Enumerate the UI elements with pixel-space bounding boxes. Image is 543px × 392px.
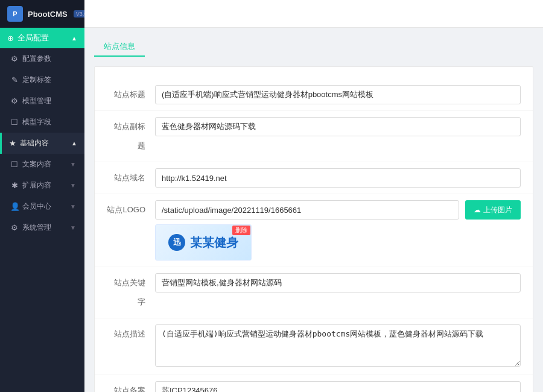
- article-content-icon: ☐: [10, 160, 19, 169]
- site-subtitle-label: 站点副标题: [107, 117, 155, 156]
- main-area: 站点信息 站点标题 站点副标题 站点域名: [84, 0, 543, 392]
- model-fields-icon: ☐: [10, 118, 19, 127]
- form-row-site-logo: 站点LOGO ☁ 上传图片 迅 某某健身: [95, 194, 533, 267]
- form-row-site-keywords: 站点关键字: [95, 267, 533, 318]
- topbar: [84, 0, 543, 28]
- config-params-label: 配置参数: [22, 54, 51, 64]
- logo-preview-area: 迅 某某健身 删除: [155, 224, 252, 261]
- site-logo-input[interactable]: [155, 200, 459, 220]
- sidebar-item-config-params[interactable]: ⚙ 配置参数: [0, 48, 84, 69]
- site-title-label: 站点标题: [107, 85, 155, 104]
- article-content-label: 文案内容: [22, 159, 51, 169]
- app-name: PbootCMS: [28, 10, 68, 19]
- member-center-label: 会员中心: [22, 201, 51, 212]
- tab-site-info[interactable]: 站点信息: [94, 37, 145, 57]
- logo-brand-icon: 迅: [168, 234, 185, 251]
- site-icp-input[interactable]: [155, 381, 521, 392]
- member-center-icon: 👤: [10, 202, 19, 211]
- form-row-site-description: 站点描述: [95, 318, 533, 375]
- logo-icon: P: [7, 6, 23, 22]
- sidebar-item-member-center[interactable]: 👤 会员中心 ▼: [0, 196, 84, 217]
- sidebar-section-global-config[interactable]: ⊕ 全局配置 ▲: [0, 28, 84, 48]
- site-subtitle-control: [155, 117, 521, 136]
- config-params-icon: ⚙: [10, 54, 19, 63]
- site-title-input[interactable]: [155, 85, 521, 104]
- site-domain-control: [155, 168, 521, 188]
- sidebar-item-article-content[interactable]: ☐ 文案内容 ▼: [0, 154, 84, 175]
- extend-content-label: 扩展内容: [22, 180, 51, 191]
- logo-brand-text: 某某健身: [190, 235, 238, 251]
- logo-delete-button[interactable]: 删除: [232, 226, 250, 235]
- site-subtitle-input[interactable]: [155, 117, 521, 136]
- model-fields-label: 模型字段: [22, 117, 51, 127]
- global-config-label: 全局配置: [17, 33, 49, 43]
- upload-icon: ☁: [474, 206, 481, 214]
- basic-content-label: 基础内容: [20, 138, 49, 148]
- logo-text-preview: 迅 某某健身: [168, 234, 238, 251]
- site-logo-label: 站点LOGO: [107, 200, 155, 220]
- content-area: 站点信息 站点标题 站点副标题 站点域名: [84, 28, 543, 392]
- global-config-icon: ⊕: [7, 34, 14, 43]
- basic-content-icon: ★: [9, 139, 16, 148]
- system-mgmt-arrow-icon: ▼: [70, 224, 76, 231]
- article-content-arrow-icon: ▼: [70, 161, 76, 168]
- site-description-textarea[interactable]: [155, 324, 521, 367]
- custom-tags-label: 定制标签: [22, 75, 51, 85]
- model-mgmt-label: 模型管理: [22, 96, 51, 106]
- site-title-control: [155, 85, 521, 104]
- sidebar-header: P PbootCMS V3.0.6 ☰: [0, 0, 84, 28]
- extend-content-icon: ✱: [10, 181, 19, 190]
- logo-row: ☁ 上传图片: [155, 200, 521, 220]
- site-description-control: [155, 324, 521, 368]
- sidebar-item-custom-tags[interactable]: ✎ 定制标签: [0, 69, 84, 90]
- model-mgmt-icon: ⚙: [10, 96, 19, 106]
- upload-logo-button[interactable]: ☁ 上传图片: [465, 200, 521, 220]
- form-row-site-domain: 站点域名: [95, 162, 533, 194]
- site-keywords-input[interactable]: [155, 273, 521, 292]
- member-center-arrow-icon: ▼: [70, 203, 76, 210]
- sidebar-group-basic-content[interactable]: ★ 基础内容 ▲: [0, 133, 84, 154]
- sidebar: P PbootCMS V3.0.6 ☰ ⊕ 全局配置 ▲ ⚙ 配置参数 ✎ 定制…: [0, 0, 84, 392]
- site-keywords-label: 站点关键字: [107, 273, 155, 312]
- sidebar-item-extend-content[interactable]: ✱ 扩展内容 ▼: [0, 175, 84, 196]
- site-icp-control: [155, 381, 521, 392]
- extend-content-arrow-icon: ▼: [70, 182, 76, 189]
- sidebar-item-system-mgmt[interactable]: ⚙ 系统管理 ▼: [0, 217, 84, 238]
- section-arrow-icon: ▲: [71, 35, 77, 42]
- site-domain-label: 站点域名: [107, 168, 155, 188]
- form-container: 站点标题 站点副标题 站点域名 站点LOGO: [94, 66, 533, 392]
- page-tabs: 站点信息: [94, 37, 533, 57]
- form-row-site-icp: 站点备案: [95, 375, 533, 392]
- system-mgmt-icon: ⚙: [10, 223, 19, 232]
- site-logo-control: ☁ 上传图片 迅 某某健身 删除: [155, 200, 521, 261]
- site-icp-label: 站点备案: [107, 381, 155, 392]
- form-row-site-title: 站点标题: [95, 79, 533, 111]
- site-domain-input[interactable]: [155, 168, 521, 188]
- form-row-site-subtitle: 站点副标题: [95, 111, 533, 162]
- site-keywords-control: [155, 273, 521, 292]
- upload-btn-label: 上传图片: [483, 205, 512, 215]
- sidebar-item-model-mgmt[interactable]: ⚙ 模型管理: [0, 90, 84, 112]
- system-mgmt-label: 系统管理: [22, 223, 51, 233]
- site-description-label: 站点描述: [107, 324, 155, 344]
- custom-tags-icon: ✎: [10, 75, 19, 84]
- sidebar-item-model-fields[interactable]: ☐ 模型字段: [0, 112, 84, 133]
- basic-content-arrow-icon: ▲: [71, 140, 77, 147]
